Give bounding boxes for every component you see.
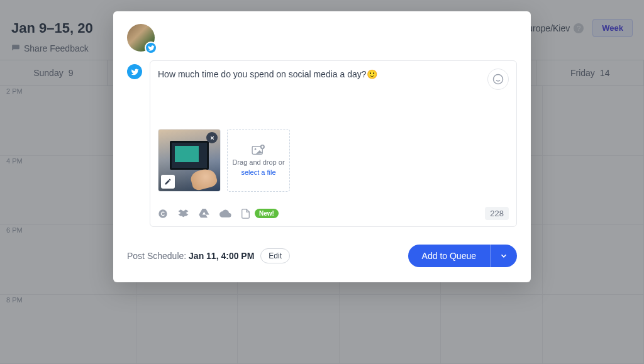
character-count: 228 bbox=[485, 207, 509, 220]
twitter-channel-icon[interactable] bbox=[127, 64, 142, 79]
svg-point-8 bbox=[158, 209, 167, 218]
emoji-picker-button[interactable] bbox=[487, 69, 509, 90]
dropzone-text: Drag and drop or bbox=[232, 158, 284, 166]
remove-media-button[interactable] bbox=[206, 132, 218, 143]
google-drive-source-icon[interactable] bbox=[199, 209, 209, 218]
schedule-time: Jan 11, 4:00 PM bbox=[189, 251, 254, 261]
smile-icon bbox=[492, 74, 504, 85]
close-icon bbox=[209, 135, 215, 141]
chevron-down-icon bbox=[499, 251, 508, 260]
file-source-icon[interactable] bbox=[242, 209, 250, 219]
post-text-input[interactable]: How much time do you spend on social med… bbox=[158, 69, 481, 81]
schedule-label: Post Schedule: bbox=[127, 251, 186, 261]
edit-media-button[interactable] bbox=[161, 175, 175, 189]
svg-point-6 bbox=[255, 148, 257, 150]
edit-schedule-button[interactable]: Edit bbox=[260, 248, 290, 263]
media-thumbnail[interactable] bbox=[158, 129, 221, 192]
select-file-link[interactable]: select a file bbox=[241, 168, 275, 176]
canva-source-icon[interactable] bbox=[158, 209, 168, 219]
media-dropzone[interactable]: Drag and drop or select a file bbox=[227, 129, 290, 192]
account-avatar[interactable] bbox=[127, 24, 155, 52]
compose-box: How much time do you spend on social med… bbox=[150, 60, 517, 227]
post-composer-modal: How much time do you spend on social med… bbox=[113, 11, 531, 282]
new-badge: New! bbox=[255, 209, 279, 218]
onedrive-source-icon[interactable] bbox=[219, 209, 231, 218]
twitter-badge-icon bbox=[145, 41, 157, 54]
pencil-icon bbox=[164, 178, 172, 185]
add-to-queue-button[interactable]: Add to Queue bbox=[408, 245, 490, 267]
image-add-icon bbox=[252, 145, 265, 156]
add-to-queue-dropdown[interactable] bbox=[490, 245, 517, 267]
svg-point-0 bbox=[494, 75, 503, 84]
dropbox-source-icon[interactable] bbox=[178, 209, 189, 219]
